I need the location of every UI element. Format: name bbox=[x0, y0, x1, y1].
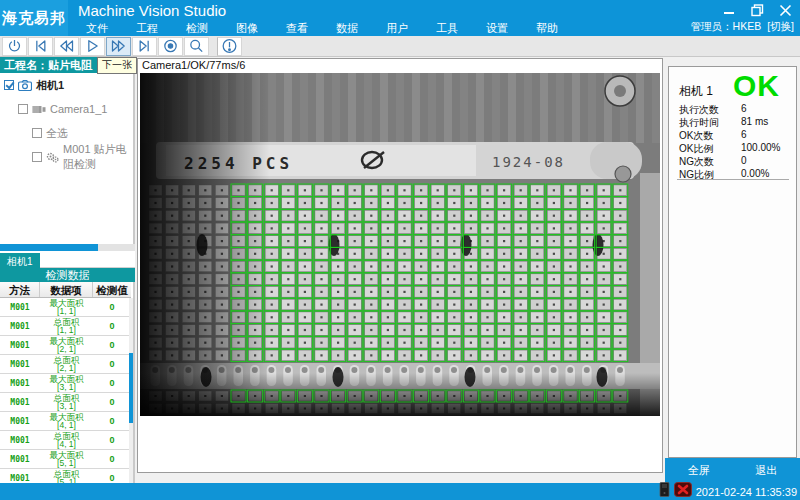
item-cell: 最大面积[5, 1] bbox=[40, 451, 93, 468]
table-row[interactable]: M001总面积[3, 1]0 bbox=[0, 393, 131, 412]
value-cell: 0 bbox=[93, 378, 131, 388]
result-badge: OK bbox=[733, 69, 780, 103]
restore-icon[interactable] bbox=[748, 2, 766, 18]
exit-button[interactable]: 退出 bbox=[745, 461, 787, 480]
switch-user-button[interactable]: [切换] bbox=[767, 20, 794, 34]
clock-timestamp: 2021-02-24 11:35:39 bbox=[696, 486, 797, 498]
target-icon bbox=[162, 38, 179, 54]
resistor-strip-photo: 2254 PCS1924-08 bbox=[140, 73, 660, 416]
vertical-scrollbar[interactable] bbox=[129, 298, 133, 483]
power-button[interactable] bbox=[2, 37, 27, 56]
image-caption: Camera1/OK/77ms/6 bbox=[142, 59, 245, 71]
current-user-label: 管理员：HKEB bbox=[691, 20, 762, 34]
stat-value: 0 bbox=[741, 155, 789, 167]
menu-item-7[interactable]: 工具 bbox=[422, 20, 472, 36]
menu-item-3[interactable]: 图像 bbox=[222, 20, 272, 36]
method-cell: M001 bbox=[0, 341, 40, 350]
stat-value: 6 bbox=[741, 129, 789, 141]
tree-item-0[interactable]: 相机1 bbox=[0, 73, 133, 97]
value-cell: 0 bbox=[93, 416, 131, 426]
info-icon bbox=[221, 38, 238, 54]
menu-item-0[interactable]: 文件 bbox=[72, 20, 122, 36]
method-cell: M001 bbox=[0, 474, 40, 483]
table-row[interactable]: M001总面积[4, 1]0 bbox=[0, 431, 131, 450]
item-cell: 总面积[5, 1] bbox=[40, 470, 93, 484]
table-row[interactable]: M001最大面积[4, 1]0 bbox=[0, 412, 131, 431]
stat-row-4: NG次数0 bbox=[679, 155, 789, 167]
method-cell: M001 bbox=[0, 436, 40, 445]
skip-first-icon bbox=[32, 38, 49, 54]
checkbox[interactable] bbox=[4, 80, 14, 90]
menu-item-6[interactable]: 用户 bbox=[372, 20, 422, 36]
skip-last-button[interactable] bbox=[132, 37, 157, 56]
item-cell: 总面积[1, 1] bbox=[40, 318, 93, 335]
power-icon bbox=[6, 38, 23, 54]
menu-item-1[interactable]: 工程 bbox=[122, 20, 172, 36]
target-button[interactable] bbox=[158, 37, 183, 56]
image-viewer-panel[interactable]: Camera1/OK/77ms/6 2254 PCS1924-08 bbox=[137, 58, 663, 473]
device-icon bbox=[32, 105, 46, 114]
column-header-1: 数据项 bbox=[40, 282, 93, 297]
scrollbar-thumb[interactable] bbox=[129, 353, 133, 423]
tree-item-label: Camera1_1 bbox=[50, 103, 107, 115]
menu-item-9[interactable]: 帮助 bbox=[522, 20, 572, 36]
prev-icon bbox=[58, 38, 75, 54]
project-panel: 工程名：贴片电阻 相机1Camera1_1全选M001 贴片电阻检测 相机1 检… bbox=[0, 57, 135, 483]
app-logo: 海克易邦 bbox=[0, 0, 68, 36]
fullscreen-button[interactable]: 全屏 bbox=[678, 461, 720, 480]
table-row[interactable]: M001最大面积[1, 1]0 bbox=[0, 298, 131, 317]
menu-bar: 文件工程检测图像查看数据用户工具设置帮助 bbox=[72, 20, 572, 36]
skip-first-button[interactable] bbox=[28, 37, 53, 56]
camera-icon bbox=[18, 80, 32, 91]
menu-item-5[interactable]: 数据 bbox=[322, 20, 372, 36]
info-button[interactable] bbox=[217, 37, 242, 56]
tree-item-1[interactable]: Camera1_1 bbox=[0, 97, 133, 121]
statistics-box: 相机 1 OK 执行次数6执行时间81 msOK次数6OK比例100.00%NG… bbox=[668, 66, 797, 458]
checkbox[interactable] bbox=[32, 128, 42, 138]
table-row[interactable]: M001最大面积[5, 1]0 bbox=[0, 450, 131, 469]
item-cell: 最大面积[4, 1] bbox=[40, 413, 93, 430]
prev-button[interactable] bbox=[54, 37, 79, 56]
statistics-panel: 相机 1 OK 执行次数6执行时间81 msOK次数6OK比例100.00%NG… bbox=[665, 57, 800, 483]
zoom-button[interactable] bbox=[184, 37, 209, 56]
item-cell: 最大面积[1, 1] bbox=[40, 299, 93, 316]
toolbar bbox=[0, 36, 800, 57]
table-row[interactable]: M001总面积[1, 1]0 bbox=[0, 317, 131, 336]
play-button[interactable] bbox=[80, 37, 105, 56]
next-button[interactable] bbox=[106, 37, 131, 56]
value-cell: 0 bbox=[93, 435, 131, 445]
tree-item-3[interactable]: M001 贴片电阻检测 bbox=[0, 145, 133, 169]
method-cell: M001 bbox=[0, 417, 40, 426]
stat-label: OK比例 bbox=[679, 142, 741, 154]
stat-label: OK次数 bbox=[679, 129, 741, 141]
method-cell: M001 bbox=[0, 455, 40, 464]
stats-list: 执行次数6执行时间81 msOK次数6OK比例100.00%NG次数0NG比例0… bbox=[679, 103, 789, 181]
close-icon[interactable] bbox=[776, 2, 794, 18]
minimize-icon[interactable] bbox=[720, 2, 738, 18]
checkbox[interactable] bbox=[32, 152, 42, 162]
tree-item-label: 相机1 bbox=[36, 78, 64, 93]
pc-tower-icon bbox=[659, 482, 670, 500]
menu-item-2[interactable]: 检测 bbox=[172, 20, 222, 36]
item-cell: 总面积[4, 1] bbox=[40, 432, 93, 449]
zoom-icon bbox=[188, 38, 205, 54]
table-row[interactable]: M001最大面积[2, 1]0 bbox=[0, 336, 131, 355]
scrollbar-thumb[interactable] bbox=[0, 244, 98, 251]
table-row[interactable]: M001总面积[5, 1]0 bbox=[0, 469, 131, 483]
horizontal-scrollbar[interactable] bbox=[0, 244, 135, 251]
menu-item-4[interactable]: 查看 bbox=[272, 20, 322, 36]
stat-value: 6 bbox=[741, 103, 789, 115]
camera-label: 相机 1 bbox=[679, 83, 713, 100]
user-area: 管理员：HKEB [切换] bbox=[691, 20, 794, 34]
method-cell: M001 bbox=[0, 379, 40, 388]
gears-icon bbox=[46, 152, 59, 163]
menu-item-8[interactable]: 设置 bbox=[472, 20, 522, 36]
value-cell: 0 bbox=[93, 397, 131, 407]
stat-value: 100.00% bbox=[741, 142, 789, 154]
detection-table: M001最大面积[1, 1]0M001总面积[1, 1]0M001最大面积[2,… bbox=[0, 298, 131, 483]
value-cell: 0 bbox=[93, 359, 131, 369]
table-row[interactable]: M001最大面积[3, 1]0 bbox=[0, 374, 131, 393]
method-cell: M001 bbox=[0, 322, 40, 331]
table-row[interactable]: M001总面积[2, 1]0 bbox=[0, 355, 131, 374]
checkbox[interactable] bbox=[18, 104, 28, 114]
